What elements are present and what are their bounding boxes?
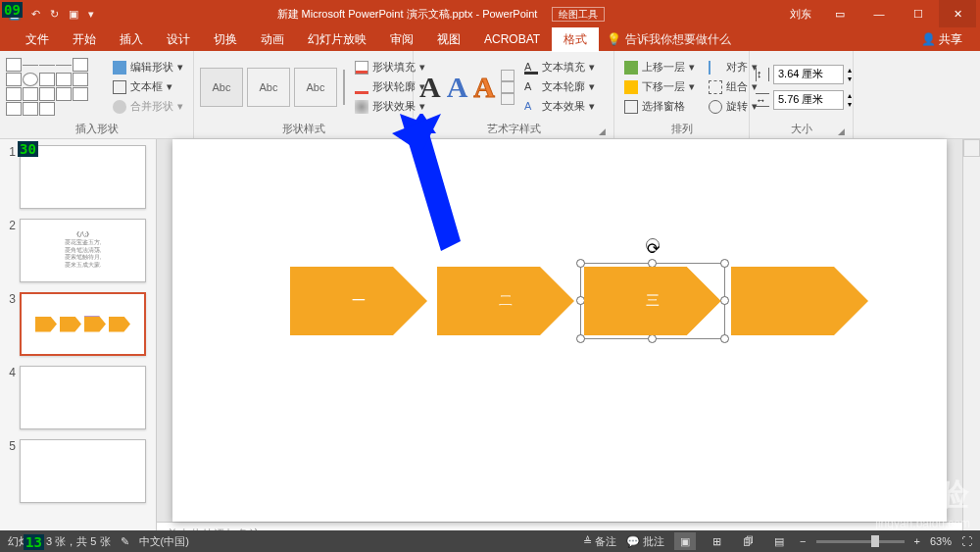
align-icon: [709, 61, 722, 75]
user-name[interactable]: 刘东: [780, 7, 821, 22]
zoom-out-icon[interactable]: −: [800, 535, 806, 547]
gallery-more[interactable]: [501, 70, 514, 105]
group-label-wordart: 艺术字样式◢: [419, 120, 608, 138]
shape-styles-gallery[interactable]: Abc Abc Abc: [200, 68, 337, 107]
bring-forward-button[interactable]: 上移一层 ▾: [620, 58, 699, 76]
resize-handle[interactable]: [720, 296, 729, 305]
group-icon: [709, 80, 722, 94]
save-icon[interactable]: 💾: [8, 8, 22, 21]
shape-height-input[interactable]: 3.64 厘米: [773, 65, 844, 84]
send-backward-button[interactable]: 下移一层 ▾: [620, 77, 699, 96]
slide-canvas[interactable]: 一 二 ⟳ 三: [172, 139, 947, 522]
maximize-button[interactable]: ☐: [900, 0, 937, 27]
wordart-sample[interactable]: A: [447, 71, 468, 104]
slide-thumbnail[interactable]: [20, 145, 146, 209]
tab-review[interactable]: 审阅: [378, 27, 425, 52]
shapes-gallery[interactable]: [6, 58, 103, 116]
spinner-icon[interactable]: ▴▾: [848, 91, 852, 109]
contextual-tab-label: 绘图工具: [552, 7, 605, 22]
wordart-sample[interactable]: A: [473, 71, 495, 104]
reading-view-icon[interactable]: 🗐: [737, 532, 759, 550]
dialog-launcher-icon[interactable]: ◢: [599, 126, 606, 136]
text-outline-button[interactable]: A文本轮廓 ▾: [520, 77, 599, 96]
normal-view-icon[interactable]: ▣: [674, 532, 696, 550]
tab-acrobat[interactable]: ACROBAT: [472, 28, 552, 50]
pentagon-shape[interactable]: [731, 267, 868, 335]
shape-width-input[interactable]: 5.76 厘米: [773, 90, 844, 110]
resize-handle[interactable]: [648, 334, 657, 343]
tab-file[interactable]: 文件: [14, 27, 61, 52]
thumb-number: 1: [4, 145, 20, 209]
comments-toggle[interactable]: 💬 批注: [626, 534, 664, 549]
thumb-number: 4: [4, 366, 20, 429]
slideshow-view-icon[interactable]: ▤: [768, 532, 790, 550]
sorter-view-icon[interactable]: ⊞: [706, 532, 727, 550]
tab-slideshow[interactable]: 幻灯片放映: [296, 27, 378, 52]
edit-shape-icon: [113, 61, 126, 75]
zoom-percent[interactable]: 63%: [930, 535, 952, 547]
tab-view[interactable]: 视图: [425, 27, 472, 52]
slide-counter[interactable]: 幻灯 第 3 张，共 5 张: [8, 534, 111, 549]
selection-pane-button[interactable]: 选择窗格: [620, 97, 699, 116]
text-fill-button[interactable]: A文本填充 ▾: [520, 58, 599, 76]
resize-handle[interactable]: [576, 259, 585, 268]
share-icon: 👤: [921, 32, 936, 46]
gallery-more[interactable]: [343, 70, 345, 105]
group-label-size: 大小◢: [756, 120, 847, 138]
redo-icon[interactable]: ↻: [50, 8, 59, 21]
resize-handle[interactable]: [648, 259, 657, 268]
wordart-gallery[interactable]: A A A: [419, 71, 495, 104]
dialog-launcher-icon[interactable]: ◢: [398, 126, 405, 136]
text-box-button[interactable]: 文本框 ▾: [109, 77, 187, 96]
dialog-launcher-icon[interactable]: ◢: [838, 126, 845, 136]
rotation-handle[interactable]: ⟳: [646, 238, 660, 252]
height-icon: ↕: [756, 68, 769, 81]
slide-thumbnail[interactable]: [20, 439, 146, 503]
slide-thumbnail[interactable]: [20, 366, 146, 429]
tab-design[interactable]: 设计: [155, 27, 202, 52]
selection-pane-icon: [624, 100, 638, 114]
group-label-arrange: 排列: [620, 120, 743, 138]
slide-thumbnail[interactable]: 《八;》菱花宝鉴五方,菱角笔法清荡,菱索笔触待月,菱来五成大蒙.: [20, 219, 146, 282]
width-icon: ↔: [756, 93, 769, 107]
slide-thumbnails-panel[interactable]: 1 2《八;》菱花宝鉴五方,菱角笔法清荡,菱索笔触待月,菱来五成大蒙. 3 4 …: [0, 139, 157, 530]
pentagon-shape[interactable]: 一: [290, 267, 427, 335]
start-from-beginning-icon[interactable]: ▣: [69, 8, 78, 21]
notes-toggle[interactable]: ≜ 备注: [583, 534, 616, 549]
share-button[interactable]: 👤 共享: [921, 31, 980, 48]
vertical-scrollbar[interactable]: [962, 139, 980, 530]
zoom-in-icon[interactable]: +: [914, 535, 920, 547]
resize-handle[interactable]: [576, 296, 585, 305]
slide-thumbnail[interactable]: [20, 292, 146, 356]
qat-customize-icon[interactable]: ▾: [88, 8, 94, 21]
resize-handle[interactable]: [576, 334, 585, 343]
spinner-icon[interactable]: ▴▾: [848, 66, 852, 83]
edit-shape-button[interactable]: 编辑形状 ▾: [109, 58, 187, 76]
tab-transitions[interactable]: 切换: [202, 27, 249, 52]
merge-shapes-button[interactable]: 合并形状 ▾: [109, 97, 187, 116]
wordart-sample[interactable]: A: [419, 71, 441, 104]
zoom-slider[interactable]: [816, 540, 905, 543]
resize-handle[interactable]: [720, 259, 729, 268]
undo-icon[interactable]: ↶: [31, 8, 40, 21]
close-button[interactable]: ✕: [939, 0, 976, 27]
language-indicator[interactable]: 中文(中国): [139, 534, 189, 549]
tell-me-search[interactable]: 💡 告诉我你想要做什么: [599, 31, 731, 48]
tab-animations[interactable]: 动画: [249, 27, 296, 52]
tab-home[interactable]: 开始: [61, 27, 108, 52]
minimize-button[interactable]: —: [860, 0, 898, 27]
style-thumb[interactable]: Abc: [247, 68, 290, 107]
scroll-up-icon[interactable]: [963, 139, 980, 157]
tab-format[interactable]: 格式: [552, 27, 599, 52]
resize-handle[interactable]: [720, 334, 729, 343]
paint-bucket-icon: [355, 61, 368, 75]
bring-forward-icon: [624, 61, 638, 75]
pentagon-shape[interactable]: 二: [437, 267, 574, 335]
tab-insert[interactable]: 插入: [108, 27, 155, 52]
spell-check-icon[interactable]: ✎: [121, 535, 129, 548]
fit-window-icon[interactable]: ⛶: [961, 535, 972, 547]
style-thumb[interactable]: Abc: [200, 68, 243, 107]
style-thumb[interactable]: Abc: [294, 68, 337, 107]
text-effects-button[interactable]: A文本效果 ▾: [520, 97, 599, 116]
ribbon-options-icon[interactable]: ▭: [821, 0, 858, 27]
